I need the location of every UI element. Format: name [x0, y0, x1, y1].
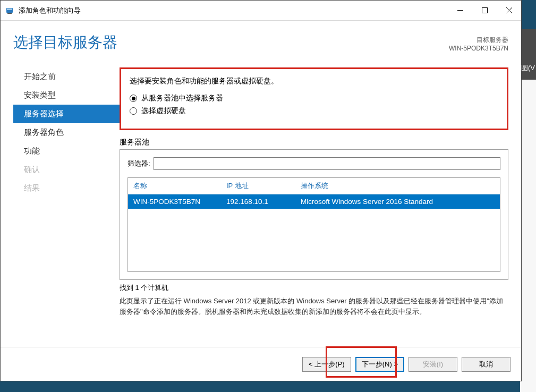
column-ip[interactable]: IP 地址 — [226, 181, 301, 191]
table-row[interactable]: WIN-5PODK3T5B7N 192.168.10.1 Microsoft W… — [128, 194, 500, 209]
minimize-button[interactable] — [448, 1, 472, 20]
install-button: 安装(I) — [409, 357, 457, 372]
server-table: 名称 IP 地址 操作系统 WIN-5PODK3T5B7N 192.168.10… — [127, 177, 500, 272]
column-name[interactable]: 名称 — [133, 181, 226, 191]
previous-button[interactable]: < 上一步(P) — [302, 357, 351, 372]
radio-select-from-pool[interactable]: 从服务器池中选择服务器 — [130, 93, 498, 103]
radio-select-vhd[interactable]: 选择虚拟硬盘 — [130, 106, 498, 116]
filter-label: 筛选器: — [127, 159, 150, 168]
sidebar-item-results: 结果 — [13, 179, 120, 198]
wizard-steps-sidebar: 开始之前 安装类型 服务器选择 服务器角色 功能 确认 结果 — [13, 67, 120, 347]
cancel-button[interactable]: 取消 — [462, 357, 511, 372]
next-button[interactable]: 下一步(N) > — [355, 357, 404, 372]
titlebar: 添加角色和功能向导 — [1, 1, 521, 21]
filter-input[interactable] — [154, 157, 500, 170]
app-icon — [6, 6, 14, 15]
found-count: 找到 1 个计算机 — [120, 283, 508, 293]
page-description: 此页显示了正在运行 Windows Server 2012 或更新版本的 Win… — [120, 296, 508, 317]
sidebar-item-before-you-begin[interactable]: 开始之前 — [13, 67, 120, 86]
selection-type-highlight: 选择要安装角色和功能的服务器或虚拟硬盘。 从服务器池中选择服务器 选择虚拟硬盘 — [120, 67, 508, 130]
window-title: 添加角色和功能向导 — [19, 6, 448, 15]
close-button[interactable] — [497, 1, 521, 20]
radio-icon — [130, 95, 137, 102]
wizard-window: 添加角色和功能向导 选择目标服务器 目标服务器 WIN-5PODK3T5B7N … — [0, 0, 522, 381]
background-window-tab: 图(V — [520, 29, 536, 80]
wizard-footer: < 上一步(P) 下一步(N) > 安装(I) 取消 — [1, 347, 521, 381]
sidebar-item-confirmation: 确认 — [13, 160, 120, 179]
page-title: 选择目标服务器 — [13, 32, 449, 53]
instruction-text: 选择要安装角色和功能的服务器或虚拟硬盘。 — [130, 76, 498, 86]
column-os[interactable]: 操作系统 — [301, 181, 495, 191]
table-header: 名称 IP 地址 操作系统 — [128, 178, 500, 194]
target-server-info: 目标服务器 WIN-5PODK3T5B7N — [449, 36, 508, 52]
maximize-button[interactable] — [472, 1, 497, 20]
sidebar-item-server-roles[interactable]: 服务器角色 — [13, 123, 120, 142]
sidebar-item-installation-type[interactable]: 安装类型 — [13, 86, 120, 105]
sidebar-item-server-selection[interactable]: 服务器选择 — [13, 105, 120, 123]
radio-icon — [130, 107, 137, 115]
server-pool-group: 筛选器: 名称 IP 地址 操作系统 WIN-5PODK3T5B7N 192.1… — [120, 149, 508, 280]
sidebar-item-features[interactable]: 功能 — [13, 142, 120, 160]
svg-rect-4 — [482, 8, 487, 13]
server-pool-label: 服务器池 — [120, 138, 508, 147]
svg-rect-2 — [7, 13, 12, 14]
svg-rect-1 — [7, 8, 12, 10]
